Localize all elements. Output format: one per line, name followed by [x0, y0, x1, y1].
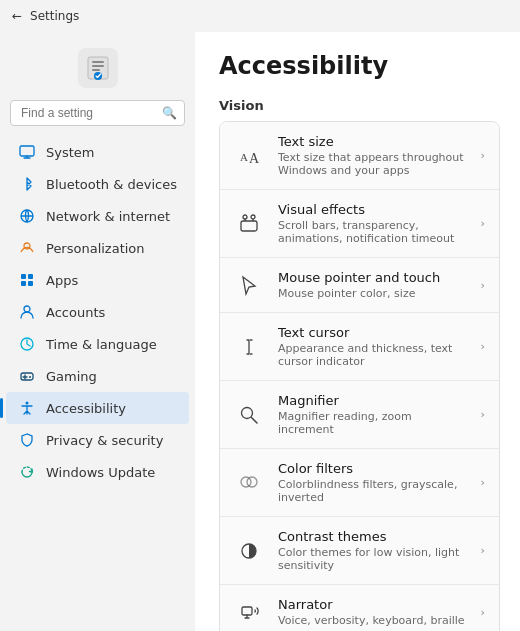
setting-item-narrator[interactable]: Narrator Voice, verbosity, keyboard, bra… — [220, 585, 499, 631]
sidebar-item-label: Accounts — [46, 305, 105, 320]
setting-text-text-cursor: Text cursor Appearance and thickness, te… — [278, 325, 467, 368]
privacy-icon — [18, 431, 36, 449]
sidebar-item-label: Time & language — [46, 337, 157, 352]
setting-name-text-size: Text size — [278, 134, 467, 149]
setting-text-mouse-pointer: Mouse pointer and touch Mouse pointer co… — [278, 270, 467, 300]
chevron-icon-text-size: › — [481, 149, 485, 162]
back-button[interactable]: ← — [12, 9, 22, 23]
setting-name-magnifier: Magnifier — [278, 393, 467, 408]
color-filters-icon — [234, 468, 264, 498]
setting-desc-text-cursor: Appearance and thickness, text cursor in… — [278, 342, 467, 368]
svg-point-20 — [243, 215, 247, 219]
search-box[interactable]: 🔍 — [10, 100, 185, 126]
setting-desc-contrast-themes: Color themes for low vision, light sensi… — [278, 546, 467, 572]
page-title: Accessibility — [219, 52, 500, 80]
sidebar-item-personalization[interactable]: Personalization — [6, 232, 189, 264]
gaming-icon — [18, 367, 36, 385]
section-label-vision: Vision — [219, 98, 500, 113]
svg-rect-19 — [241, 221, 257, 231]
setting-name-color-filters: Color filters — [278, 461, 467, 476]
svg-rect-3 — [92, 69, 100, 71]
chevron-icon-color-filters: › — [481, 476, 485, 489]
setting-desc-mouse-pointer: Mouse pointer color, size — [278, 287, 467, 300]
svg-rect-11 — [28, 281, 33, 286]
system-icon — [18, 143, 36, 161]
app-icon-area — [0, 40, 195, 100]
sidebar-item-network[interactable]: Network & internet — [6, 200, 189, 232]
title-bar-label: Settings — [30, 9, 79, 23]
network-icon — [18, 207, 36, 225]
sidebar-item-label: Gaming — [46, 369, 97, 384]
chevron-icon-magnifier: › — [481, 408, 485, 421]
magnifier-icon — [234, 400, 264, 430]
bluetooth-icon — [18, 175, 36, 193]
setting-text-narrator: Narrator Voice, verbosity, keyboard, bra… — [278, 597, 467, 627]
update-icon — [18, 463, 36, 481]
svg-point-26 — [241, 477, 251, 487]
setting-item-visual-effects[interactable]: Visual effects Scroll bars, transparency… — [220, 190, 499, 258]
setting-desc-color-filters: Colorblindness filters, grayscale, inver… — [278, 478, 467, 504]
sidebar-item-label: Apps — [46, 273, 78, 288]
sidebar-item-gaming[interactable]: Gaming — [6, 360, 189, 392]
mouse-pointer-icon — [234, 270, 264, 300]
svg-point-24 — [242, 407, 253, 418]
search-icon: 🔍 — [162, 106, 177, 120]
setting-item-magnifier[interactable]: Magnifier Magnifier reading, zoom increm… — [220, 381, 499, 449]
setting-text-magnifier: Magnifier Magnifier reading, zoom increm… — [278, 393, 467, 436]
chevron-icon-contrast-themes: › — [481, 544, 485, 557]
chevron-icon-text-cursor: › — [481, 340, 485, 353]
svg-text:A: A — [240, 151, 248, 163]
svg-point-21 — [251, 215, 255, 219]
contrast-themes-icon — [234, 536, 264, 566]
setting-item-text-cursor[interactable]: Text cursor Appearance and thickness, te… — [220, 313, 499, 381]
sidebar-item-accessibility[interactable]: Accessibility — [6, 392, 189, 424]
setting-text-color-filters: Color filters Colorblindness filters, gr… — [278, 461, 467, 504]
time-icon — [18, 335, 36, 353]
sidebar-item-accounts[interactable]: Accounts — [6, 296, 189, 328]
svg-point-16 — [26, 402, 29, 405]
chevron-icon-mouse-pointer: › — [481, 279, 485, 292]
setting-desc-magnifier: Magnifier reading, zoom increment — [278, 410, 467, 436]
svg-point-27 — [247, 477, 257, 487]
setting-name-contrast-themes: Contrast themes — [278, 529, 467, 544]
setting-desc-text-size: Text size that appears throughout Window… — [278, 151, 467, 177]
setting-name-narrator: Narrator — [278, 597, 467, 612]
main-content: Accessibility Vision AA Text size Text s… — [195, 32, 520, 631]
personalization-icon — [18, 239, 36, 257]
svg-rect-5 — [20, 146, 34, 156]
chevron-icon-narrator: › — [481, 606, 485, 619]
setting-item-mouse-pointer[interactable]: Mouse pointer and touch Mouse pointer co… — [220, 258, 499, 313]
setting-text-visual-effects: Visual effects Scroll bars, transparency… — [278, 202, 467, 245]
svg-text:A: A — [249, 151, 260, 166]
sidebar-item-label: System — [46, 145, 94, 160]
setting-item-color-filters[interactable]: Color filters Colorblindness filters, gr… — [220, 449, 499, 517]
text-size-icon: AA — [234, 141, 264, 171]
narrator-icon — [234, 597, 264, 627]
sidebar-item-time[interactable]: Time & language — [6, 328, 189, 360]
setting-item-contrast-themes[interactable]: Contrast themes Color themes for low vis… — [220, 517, 499, 585]
sidebar-item-apps[interactable]: Apps — [6, 264, 189, 296]
app-icon — [78, 48, 118, 88]
svg-point-15 — [29, 376, 31, 378]
sidebar-item-system[interactable]: System — [6, 136, 189, 168]
setting-name-mouse-pointer: Mouse pointer and touch — [278, 270, 467, 285]
setting-text-text-size: Text size Text size that appears through… — [278, 134, 467, 177]
svg-rect-8 — [21, 274, 26, 279]
setting-item-text-size[interactable]: AA Text size Text size that appears thro… — [220, 122, 499, 190]
sidebar-item-bluetooth[interactable]: Bluetooth & devices — [6, 168, 189, 200]
setting-name-text-cursor: Text cursor — [278, 325, 467, 340]
sidebar-item-label: Windows Update — [46, 465, 155, 480]
svg-rect-1 — [92, 61, 104, 63]
text-cursor-icon — [234, 332, 264, 362]
sidebar-item-privacy[interactable]: Privacy & security — [6, 424, 189, 456]
sidebar-item-update[interactable]: Windows Update — [6, 456, 189, 488]
svg-line-25 — [252, 417, 258, 423]
apps-icon — [18, 271, 36, 289]
section-vision: Vision AA Text size Text size that appea… — [219, 98, 500, 631]
sidebar-item-label: Bluetooth & devices — [46, 177, 177, 192]
sidebar-item-label: Network & internet — [46, 209, 170, 224]
svg-rect-9 — [28, 274, 33, 279]
sidebar: 🔍 System Bluetooth & devices Network & i… — [0, 32, 195, 631]
search-input[interactable] — [10, 100, 185, 126]
visual-effects-icon — [234, 209, 264, 239]
